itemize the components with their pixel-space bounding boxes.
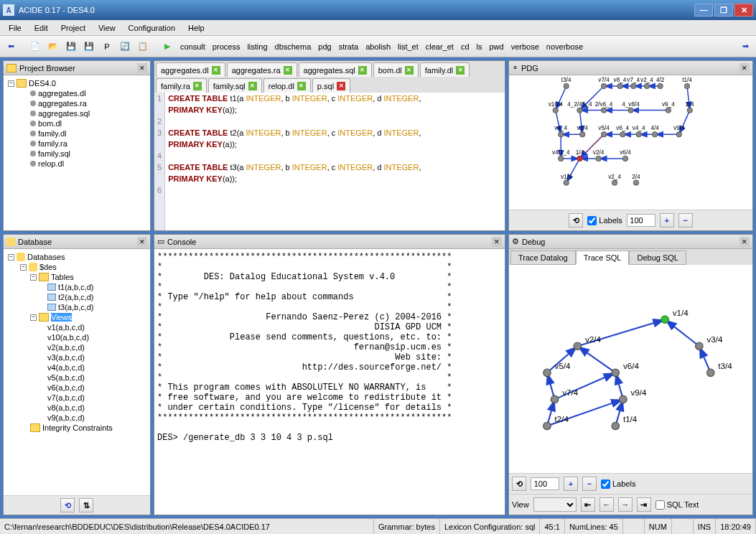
- menu-file[interactable]: File: [3, 22, 27, 34]
- panel-close-icon[interactable]: ✕: [492, 237, 502, 247]
- new-file-icon[interactable]: 📄: [27, 39, 43, 55]
- nav-last-icon[interactable]: ⇥: [637, 497, 651, 512]
- view-item[interactable]: v6(a,b,c,d): [6, 383, 147, 393]
- tab-close-icon[interactable]: ✕: [358, 66, 367, 75]
- save-all-icon[interactable]: 💾: [81, 39, 97, 55]
- table-item[interactable]: t2(a,b,c,d): [6, 292, 147, 302]
- zoom-input[interactable]: [531, 477, 559, 490]
- table-item[interactable]: t3(a,b,c,d): [6, 302, 147, 312]
- tables-folder[interactable]: Tables: [51, 273, 74, 281]
- tree-toggle[interactable]: −: [30, 314, 37, 321]
- editor-tab[interactable]: aggregates.ra✕: [227, 62, 297, 77]
- cmd-clear_et[interactable]: clear_et: [423, 41, 457, 52]
- cmd-consult[interactable]: consult: [177, 41, 208, 52]
- zoom-input[interactable]: [627, 214, 655, 227]
- integrity-folder[interactable]: Integrity Constraints: [42, 423, 113, 432]
- cmd-pdg[interactable]: pdg: [315, 41, 334, 52]
- view-item[interactable]: v4(a,b,c,d): [6, 362, 147, 373]
- tab-close-icon[interactable]: ✕: [405, 66, 414, 75]
- back-arrow-icon[interactable]: ⬅: [3, 39, 19, 55]
- nav-next-icon[interactable]: →: [618, 497, 633, 512]
- editor-tab[interactable]: p.sql✕: [312, 78, 350, 93]
- tab-close-icon[interactable]: ✕: [297, 82, 306, 90]
- zoom-in-icon[interactable]: +: [660, 213, 674, 228]
- close-button[interactable]: ✕: [734, 4, 753, 17]
- cmd-strata[interactable]: strata: [336, 41, 362, 52]
- tab-close-icon[interactable]: ✕: [248, 82, 257, 90]
- debug-graph[interactable]: v1/4v2/4v3/4v5/4v6/4t3/4v7/4v9/4t2/4t1/4: [509, 265, 752, 473]
- panel-close-icon[interactable]: ✕: [739, 237, 750, 247]
- editor-tab[interactable]: aggregates.sql✕: [299, 62, 372, 77]
- cmd-process[interactable]: process: [210, 41, 243, 52]
- project-file[interactable]: aggregates.dl: [6, 88, 147, 98]
- cmd-list_et[interactable]: list_et: [395, 41, 421, 52]
- project-file[interactable]: family.ra: [6, 139, 147, 149]
- db-sync-icon[interactable]: ⇅: [79, 498, 93, 512]
- print-icon[interactable]: P: [99, 39, 115, 55]
- db-refresh-icon[interactable]: ⟲: [60, 498, 75, 512]
- refresh-graph-icon[interactable]: ⟲: [569, 213, 583, 228]
- tab-close-icon[interactable]: ✕: [284, 66, 292, 75]
- tab-close-icon[interactable]: ✕: [337, 82, 345, 90]
- menu-help[interactable]: Help: [182, 22, 210, 34]
- project-file[interactable]: relop.dl: [6, 159, 147, 169]
- cmd-dbschema[interactable]: dbschema: [272, 41, 314, 52]
- tree-toggle[interactable]: −: [8, 80, 14, 87]
- panel-close-icon[interactable]: ✕: [137, 237, 147, 247]
- editor-tab[interactable]: bom.dl✕: [373, 62, 419, 77]
- code-editor[interactable]: 123456 CREATE TABLE t1(a INTEGER, b INTE…: [154, 93, 505, 230]
- menu-edit[interactable]: Edit: [29, 22, 54, 34]
- view-item[interactable]: v2(a,b,c,d): [6, 342, 147, 352]
- menu-configuration[interactable]: Configuration: [123, 22, 181, 34]
- db-root[interactable]: Databases: [27, 253, 65, 261]
- sqltext-checkbox[interactable]: SQL Text: [655, 500, 699, 510]
- tree-toggle[interactable]: −: [30, 274, 37, 281]
- maximize-button[interactable]: ❐: [714, 4, 733, 17]
- table-item[interactable]: t1(a,b,c,d): [6, 282, 147, 292]
- editor-tab[interactable]: relop.dl✕: [263, 78, 311, 93]
- zoom-out-icon[interactable]: −: [582, 477, 597, 491]
- panel-close-icon[interactable]: ✕: [137, 63, 147, 73]
- project-root[interactable]: DES4.0: [29, 79, 56, 88]
- cmd-listing[interactable]: listing: [244, 41, 270, 52]
- view-item[interactable]: v3(a,b,c,d): [6, 352, 147, 362]
- zoom-in-icon[interactable]: +: [564, 477, 578, 491]
- forward-arrow-icon[interactable]: ➡: [737, 39, 753, 55]
- view-item[interactable]: v9(a,b,c,d): [6, 413, 147, 423]
- view-select[interactable]: [533, 497, 577, 512]
- project-tree[interactable]: −DES4.0 aggregates.dlaggregates.raaggreg…: [4, 75, 150, 230]
- debug-tab-debug-sql[interactable]: Debug SQL: [629, 250, 686, 265]
- labels-checkbox[interactable]: Labels: [587, 216, 622, 225]
- view-item[interactable]: v7(a,b,c,d): [6, 393, 147, 403]
- view-item[interactable]: v5(a,b,c,d): [6, 373, 147, 383]
- cmd-ls[interactable]: ls: [474, 41, 485, 52]
- zoom-out-icon[interactable]: −: [678, 213, 693, 228]
- db-schema[interactable]: $des: [39, 263, 57, 271]
- database-tree[interactable]: −Databases −$des −Tables t1(a,b,c,d)t2(a…: [4, 249, 150, 495]
- pdg-graph[interactable]: t3/4v7/4v8_4v7_4v2_44/2t1/4v10/44_2/45_4…: [509, 75, 752, 210]
- tree-toggle[interactable]: −: [8, 254, 14, 261]
- tab-close-icon[interactable]: ✕: [212, 66, 220, 75]
- copy-icon[interactable]: 📋: [135, 39, 151, 55]
- editor-tab[interactable]: family.dl✕: [420, 62, 470, 77]
- project-file[interactable]: aggregates.sql: [6, 108, 147, 118]
- project-file[interactable]: bom.dl: [6, 118, 147, 128]
- editor-tab[interactable]: family.sql✕: [208, 78, 262, 93]
- menu-view[interactable]: View: [93, 22, 121, 34]
- cmd-pwd[interactable]: pwd: [486, 41, 506, 52]
- panel-close-icon[interactable]: ✕: [739, 63, 750, 73]
- debug-tab-trace-sql[interactable]: Trace SQL: [576, 250, 630, 265]
- editor-tab[interactable]: aggregates.dl✕: [156, 62, 225, 77]
- cmd-cd[interactable]: cd: [458, 41, 472, 52]
- view-item[interactable]: v1(a,b,c,d): [6, 322, 147, 332]
- cmd-abolish[interactable]: abolish: [363, 41, 393, 52]
- project-file[interactable]: aggregates.ra: [6, 98, 147, 108]
- debug-tab-trace-datalog[interactable]: Trace Datalog: [510, 250, 576, 265]
- cmd-verbose[interactable]: verbose: [508, 41, 542, 52]
- run-icon[interactable]: ▶: [159, 39, 175, 55]
- tab-close-icon[interactable]: ✕: [456, 66, 465, 75]
- views-folder[interactable]: Views: [51, 313, 72, 322]
- console-output[interactable]: ****************************************…: [154, 249, 505, 515]
- menu-project[interactable]: Project: [55, 22, 91, 34]
- minimize-button[interactable]: —: [694, 4, 713, 17]
